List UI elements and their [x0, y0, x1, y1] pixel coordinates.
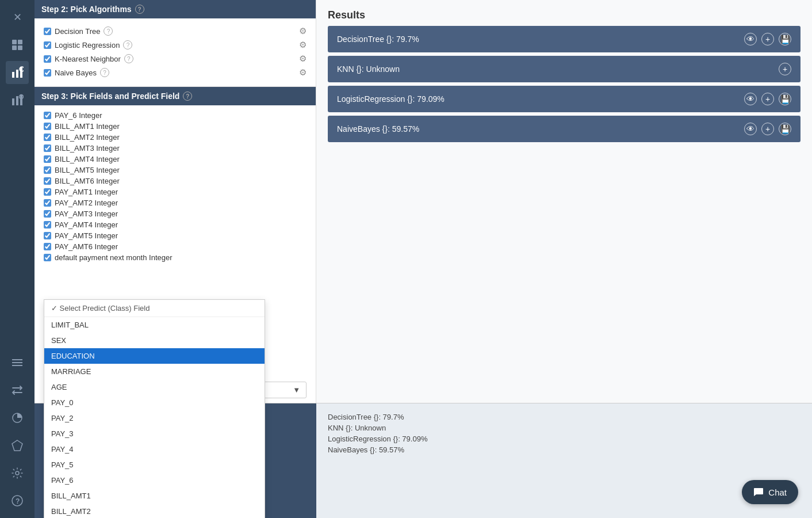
field-item: BILL_AMT5 Integer — [44, 165, 307, 176]
result-add-button[interactable]: + — [761, 123, 774, 135]
algorithm-left: Logistic Regression ? — [44, 40, 132, 49]
field-label: BILL_AMT3 Integer — [55, 144, 120, 153]
gear-icon[interactable]: ⚙ — [299, 67, 307, 78]
sidebar-icon-pie[interactable] — [6, 406, 29, 429]
bottom-result-line: NaiveBayes {}: 59.57% — [328, 445, 800, 454]
field-checkbox[interactable] — [44, 123, 51, 130]
sidebar: ✕ + + — [0, 0, 35, 518]
field-checkbox[interactable] — [44, 210, 51, 218]
field-checkbox[interactable] — [44, 177, 51, 185]
result-save-button[interactable]: 💾 — [779, 123, 791, 135]
bottom-results-panel: DecisionTree {}: 79.7%KNN {}: UnknownLog… — [316, 403, 812, 518]
field-item: PAY_AMT2 Integer — [44, 197, 307, 208]
gear-icon[interactable]: ⚙ — [299, 54, 307, 64]
gear-icon[interactable]: ⚙ — [299, 26, 307, 36]
dropdown-option[interactable]: MARRIAGE — [44, 364, 265, 379]
result-eye-button[interactable]: 👁 — [744, 123, 757, 135]
result-row: NaiveBayes {}: 59.57% 👁 + 💾 — [328, 116, 800, 142]
result-label: KNN {}: Unknown — [337, 64, 400, 74]
sidebar-icon-data[interactable] — [6, 351, 29, 374]
algorithm-left: K-Nearest Neighbor ? — [44, 54, 133, 63]
result-save-button[interactable]: 💾 — [779, 93, 791, 105]
sidebar-icon-gem[interactable] — [6, 434, 29, 457]
results-content: DecisionTree {}: 79.7% 👁 + 💾 KNN {}: Unk… — [316, 26, 812, 403]
gear-icon[interactable]: ⚙ — [299, 40, 307, 50]
field-item: BILL_AMT2 Integer — [44, 132, 307, 143]
step2-help-icon[interactable]: ? — [135, 5, 144, 14]
main-content: Step 2: Pick Algorithms ? Decision Tree … — [35, 0, 812, 518]
step2-header: Step 2: Pick Algorithms ? — [35, 0, 316, 18]
bottom-result-line: DecisionTree {}: 79.7% — [328, 413, 800, 421]
field-checkbox[interactable] — [44, 221, 51, 228]
dropdown-option[interactable]: LIMIT_BAL — [44, 317, 265, 333]
sidebar-icon-chart[interactable]: + — [6, 61, 29, 84]
svg-rect-10 — [16, 96, 18, 105]
step3-help-icon[interactable]: ? — [183, 92, 192, 101]
predict-dropdown-arrow[interactable]: ▼ — [293, 386, 300, 394]
field-label: PAY_AMT4 Integer — [55, 220, 118, 229]
field-checkbox[interactable] — [44, 199, 51, 207]
dropdown-option[interactable]: PAY_0 — [44, 395, 265, 403]
result-actions: 👁 + 💾 — [744, 33, 791, 45]
field-checkbox[interactable] — [44, 134, 51, 141]
result-eye-button[interactable]: 👁 — [744, 33, 757, 45]
field-item: PAY_AMT5 Integer — [44, 230, 307, 241]
result-row: LogisticRegression {}: 79.09% 👁 + 💾 — [328, 86, 800, 112]
dropdown-option[interactable]: SEX — [44, 333, 265, 348]
sidebar-icon-analytics[interactable]: + — [6, 89, 29, 112]
field-label: BILL_AMT5 Integer — [55, 166, 120, 174]
result-label: NaiveBayes {}: 59.57% — [337, 124, 419, 134]
chat-button[interactable]: Chat — [742, 480, 798, 504]
field-checkbox[interactable] — [44, 166, 51, 174]
dropdown-option[interactable]: AGE — [44, 379, 265, 395]
result-add-button[interactable]: + — [761, 93, 774, 105]
field-checkbox[interactable] — [44, 144, 51, 152]
field-checkbox[interactable] — [44, 112, 51, 119]
field-item: BILL_AMT4 Integer — [44, 154, 307, 165]
field-label: BILL_AMT6 Integer — [55, 177, 120, 185]
svg-rect-0 — [12, 40, 17, 44]
dropdown-option[interactable]: EDUCATION — [44, 348, 265, 364]
algorithm-checkbox[interactable] — [44, 69, 51, 77]
step2-section: Step 2: Pick Algorithms ? Decision Tree … — [35, 0, 316, 87]
field-checkbox[interactable] — [44, 243, 51, 250]
result-add-button[interactable]: + — [779, 63, 791, 75]
field-checkbox[interactable] — [44, 188, 51, 196]
field-item: PAY_AMT1 Integer — [44, 186, 307, 197]
algorithm-help-icon[interactable]: ? — [104, 26, 113, 36]
algorithm-help-icon[interactable]: ? — [123, 40, 132, 49]
sidebar-icon-transform[interactable] — [6, 379, 29, 402]
algorithm-checkbox[interactable] — [44, 55, 51, 63]
right-panel: Results DecisionTree {}: 79.7% 👁 + 💾 KNN… — [316, 0, 812, 403]
result-add-button[interactable]: + — [761, 33, 774, 45]
result-save-button[interactable]: 💾 — [779, 33, 791, 45]
field-checkbox[interactable] — [44, 254, 51, 261]
algorithm-help-icon[interactable]: ? — [100, 68, 109, 77]
sidebar-icon-close[interactable]: ✕ — [6, 6, 29, 29]
svg-text:+: + — [21, 67, 22, 71]
algorithm-help-icon[interactable]: ? — [124, 54, 133, 63]
algorithm-left: Naive Bayes ? — [44, 68, 109, 77]
step3-header: Step 3: Pick Fields and Predict Field ? — [35, 87, 316, 105]
svg-point-19 — [16, 471, 19, 475]
field-checkbox[interactable] — [44, 155, 51, 163]
algorithm-row: Naive Bayes ? ⚙ — [44, 66, 307, 79]
algorithm-checkbox[interactable] — [44, 28, 51, 35]
field-label: BILL_AMT1 Integer — [55, 122, 120, 131]
sidebar-icon-help[interactable]: ? — [6, 489, 29, 512]
svg-marker-18 — [12, 440, 22, 451]
sidebar-icon-dashboard[interactable] — [6, 33, 29, 56]
field-item: default payment next month Integer — [44, 252, 307, 263]
chat-label: Chat — [768, 487, 787, 497]
svg-rect-2 — [12, 45, 17, 50]
result-row: DecisionTree {}: 79.7% 👁 + 💾 — [328, 26, 800, 52]
sidebar-icon-settings[interactable] — [6, 462, 29, 485]
results-title: Results — [316, 0, 812, 26]
result-actions: 👁 + 💾 — [744, 93, 791, 105]
field-label: PAY_AMT3 Integer — [55, 210, 118, 218]
algorithm-checkbox[interactable] — [44, 41, 51, 49]
svg-rect-4 — [12, 72, 14, 78]
result-eye-button[interactable]: 👁 — [744, 93, 757, 105]
field-checkbox[interactable] — [44, 232, 51, 239]
field-item: BILL_AMT3 Integer — [44, 143, 307, 154]
